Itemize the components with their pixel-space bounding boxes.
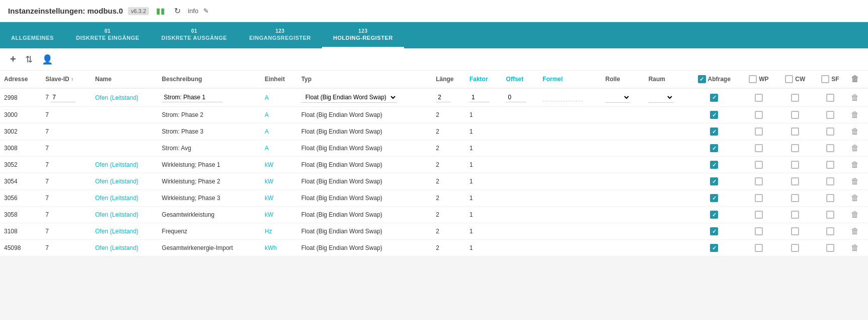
delete-row-button[interactable]: 🗑 <box>851 144 859 152</box>
cell-cw[interactable] <box>777 207 814 223</box>
checkbox-sf[interactable] <box>826 194 834 202</box>
cell-delete[interactable]: 🗑 <box>847 173 868 190</box>
checkbox-wp[interactable] <box>755 211 763 219</box>
offset-input[interactable] <box>506 93 526 102</box>
delete-all-button[interactable]: 🗑 <box>851 75 859 83</box>
cell-sf[interactable] <box>814 223 847 240</box>
cell-sf[interactable] <box>814 107 847 123</box>
delete-row-button[interactable]: 🗑 <box>851 160 859 169</box>
tab-eingangsregister[interactable]: 123 EINGANGSREGISTER <box>238 22 322 48</box>
slave-id-input[interactable] <box>50 93 75 102</box>
checkbox-abfrage[interactable] <box>710 244 718 252</box>
delete-row-button[interactable]: 🗑 <box>851 177 859 185</box>
checkbox-sf[interactable] <box>826 227 834 235</box>
cell-wp[interactable] <box>741 140 777 157</box>
cell-sf[interactable] <box>814 173 847 190</box>
delete-row-button[interactable]: 🗑 <box>851 110 859 119</box>
info-link[interactable]: info <box>188 7 198 15</box>
header-checkbox-abfrage[interactable] <box>698 75 706 83</box>
delete-row-button[interactable]: 🗑 <box>851 194 859 202</box>
cell-delete[interactable]: 🗑 <box>847 190 868 207</box>
refresh-button[interactable]: ↻ <box>172 5 183 17</box>
cell-wp[interactable] <box>741 157 777 173</box>
delete-row-button[interactable]: 🗑 <box>851 93 859 102</box>
checkbox-sf[interactable] <box>826 144 834 152</box>
checkbox-sf[interactable] <box>826 211 834 219</box>
cell-abfrage[interactable] <box>687 190 741 207</box>
formel-input[interactable] <box>542 94 583 101</box>
tab-diskrete-eingaenge[interactable]: 01 DISKRETE EINGÄNGE <box>65 22 150 48</box>
laenge-input[interactable] <box>436 93 451 102</box>
cell-abfrage[interactable] <box>687 88 741 107</box>
faktor-input[interactable] <box>469 93 490 102</box>
checkbox-sf[interactable] <box>826 177 834 185</box>
cell-wp[interactable] <box>741 223 777 240</box>
cell-cw[interactable] <box>777 190 814 207</box>
checkbox-wp[interactable] <box>755 144 763 152</box>
cell-sf[interactable] <box>814 123 847 140</box>
checkbox-wp[interactable] <box>755 244 763 252</box>
cell-abfrage[interactable] <box>687 123 741 140</box>
rolle-select[interactable] <box>605 92 630 103</box>
beschreibung-input[interactable] <box>162 93 222 102</box>
cell-wp[interactable] <box>741 240 777 257</box>
cell-delete[interactable]: 🗑 <box>847 88 868 107</box>
delete-row-button[interactable]: 🗑 <box>851 210 859 219</box>
checkbox-sf[interactable] <box>826 161 834 169</box>
checkbox-sf[interactable] <box>826 127 834 136</box>
header-checkbox-wp[interactable] <box>749 75 757 83</box>
checkbox-abfrage[interactable] <box>710 177 718 185</box>
cell-cw[interactable] <box>777 88 814 107</box>
cell-wp[interactable] <box>741 123 777 140</box>
cell-wp[interactable] <box>741 207 777 223</box>
checkbox-cw[interactable] <box>791 194 799 202</box>
swap-button[interactable]: ⇅ <box>23 53 35 66</box>
cell-sf[interactable] <box>814 190 847 207</box>
cell-abfrage[interactable] <box>687 140 741 157</box>
checkbox-abfrage[interactable] <box>710 211 718 219</box>
checkbox-wp[interactable] <box>755 177 763 185</box>
col-abfrage[interactable]: Abfrage <box>687 71 741 88</box>
delete-row-button[interactable]: 🗑 <box>851 127 859 136</box>
checkbox-wp[interactable] <box>755 161 763 169</box>
cell-wp[interactable] <box>741 88 777 107</box>
checkbox-abfrage[interactable] <box>710 161 718 169</box>
cell-sf[interactable] <box>814 240 847 257</box>
tab-holding-register[interactable]: 123 HOLDING-REGISTER <box>322 22 404 48</box>
cell-cw[interactable] <box>777 173 814 190</box>
header-checkbox-cw[interactable] <box>785 75 793 83</box>
checkbox-sf[interactable] <box>826 111 834 119</box>
typ-select[interactable]: Float (Big Endian Word Swap) <box>301 92 397 103</box>
cell-cw[interactable] <box>777 123 814 140</box>
checkbox-cw[interactable] <box>791 144 799 152</box>
checkbox-abfrage[interactable] <box>710 127 718 136</box>
checkbox-abfrage[interactable] <box>710 144 718 152</box>
cell-abfrage[interactable] <box>687 207 741 223</box>
edit-button[interactable]: ✎ <box>203 7 209 15</box>
cell-delete[interactable]: 🗑 <box>847 240 868 257</box>
checkbox-sf[interactable] <box>826 94 834 102</box>
cell-delete[interactable]: 🗑 <box>847 140 868 157</box>
checkbox-cw[interactable] <box>791 127 799 136</box>
checkbox-cw[interactable] <box>791 177 799 185</box>
cell-abfrage[interactable] <box>687 107 741 123</box>
cell-sf[interactable] <box>814 88 847 107</box>
raum-select[interactable] <box>649 92 674 103</box>
checkbox-abfrage[interactable] <box>710 111 718 119</box>
cell-sf[interactable] <box>814 157 847 173</box>
cell-delete[interactable]: 🗑 <box>847 123 868 140</box>
cell-sf[interactable] <box>814 140 847 157</box>
cell-delete[interactable]: 🗑 <box>847 223 868 240</box>
cell-delete[interactable]: 🗑 <box>847 107 868 123</box>
cell-sf[interactable] <box>814 207 847 223</box>
delete-row-button[interactable]: 🗑 <box>851 243 859 252</box>
cell-abfrage[interactable] <box>687 157 741 173</box>
checkbox-cw[interactable] <box>791 211 799 219</box>
cell-wp[interactable] <box>741 173 777 190</box>
tab-diskrete-ausgaenge[interactable]: 01 DISKRETE AUSGÄNGE <box>150 22 238 48</box>
cell-abfrage[interactable] <box>687 223 741 240</box>
delete-row-button[interactable]: 🗑 <box>851 227 859 235</box>
checkbox-abfrage[interactable] <box>710 194 718 202</box>
col-wp[interactable]: WP <box>741 71 777 88</box>
person-button[interactable]: 👤 <box>40 53 55 66</box>
